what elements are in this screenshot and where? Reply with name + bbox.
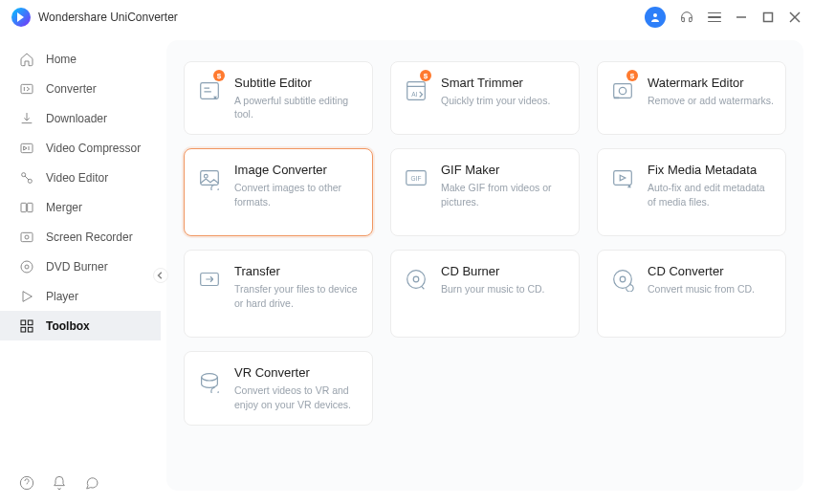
tool-icon: $ bbox=[196, 77, 223, 104]
tool-card-transfer[interactable]: TransferTransfer your files to device or… bbox=[184, 250, 373, 338]
collapse-sidebar-button[interactable] bbox=[153, 268, 168, 283]
sidebar-item-label: Player bbox=[46, 290, 78, 303]
support-icon[interactable] bbox=[679, 10, 694, 25]
tool-description: Remove or add watermarks. bbox=[648, 94, 774, 107]
minimize-button[interactable] bbox=[735, 11, 748, 24]
tool-card-watermark-editor[interactable]: $Watermark EditorRemove or add watermark… bbox=[597, 61, 786, 135]
content-panel: $Subtitle EditorA powerful subtitle edit… bbox=[166, 40, 803, 491]
sidebar-item-video-editor[interactable]: Video Editor bbox=[0, 163, 161, 192]
tool-icon bbox=[609, 164, 636, 191]
svg-point-29 bbox=[619, 87, 626, 94]
feedback-icon[interactable] bbox=[84, 475, 99, 491]
svg-rect-31 bbox=[201, 171, 219, 186]
sidebar-item-label: Converter bbox=[46, 82, 97, 96]
nav-icon bbox=[19, 200, 34, 215]
sidebar-item-label: Toolbox bbox=[46, 319, 90, 333]
help-icon[interactable] bbox=[19, 475, 34, 491]
svg-point-32 bbox=[204, 175, 208, 179]
tool-description: Burn your music to CD. bbox=[441, 282, 545, 296]
tool-title: Smart Trimmer bbox=[441, 76, 550, 90]
tool-title: Image Converter bbox=[234, 163, 361, 177]
notifications-icon[interactable] bbox=[52, 475, 67, 491]
sidebar-item-converter[interactable]: Converter bbox=[0, 74, 161, 103]
tool-description: Convert music from CD. bbox=[648, 282, 755, 296]
nav-icon bbox=[19, 111, 34, 126]
svg-rect-2 bbox=[764, 13, 773, 22]
nav-icon bbox=[19, 289, 34, 304]
tool-icon bbox=[403, 266, 429, 293]
nav-icon bbox=[19, 141, 34, 156]
sidebar-item-label: Screen Recorder bbox=[46, 230, 133, 244]
sidebar-item-toolbox[interactable]: Toolbox bbox=[0, 311, 161, 340]
tool-card-gif-maker[interactable]: GIFGIF MakerMake GIF from videos or pict… bbox=[390, 148, 580, 236]
tool-description: Auto-fix and edit metadata of media file… bbox=[648, 181, 774, 208]
maximize-button[interactable] bbox=[761, 11, 775, 24]
tool-card-fix-media-metadata[interactable]: Fix Media MetadataAuto-fix and edit meta… bbox=[597, 148, 786, 236]
tool-title: Transfer bbox=[234, 264, 361, 278]
tool-icon bbox=[196, 164, 223, 191]
tool-icon: AI$ bbox=[403, 77, 429, 104]
svg-point-0 bbox=[653, 13, 657, 17]
sidebar-item-label: Video Editor bbox=[46, 171, 108, 185]
titlebar: Wondershare UniConverter bbox=[0, 0, 813, 34]
nav-icon bbox=[19, 170, 34, 186]
svg-point-14 bbox=[21, 261, 33, 273]
sidebar-item-merger[interactable]: Merger bbox=[0, 192, 161, 222]
tool-icon bbox=[196, 367, 223, 394]
svg-point-40 bbox=[614, 271, 632, 289]
tool-title: Fix Media Metadata bbox=[648, 163, 774, 177]
app-logo-icon bbox=[11, 8, 31, 27]
tool-icon: GIF bbox=[403, 164, 429, 191]
sidebar-item-screen-recorder[interactable]: Screen Recorder bbox=[0, 222, 161, 252]
close-button[interactable] bbox=[788, 11, 802, 24]
svg-point-39 bbox=[413, 277, 419, 283]
menu-icon[interactable] bbox=[708, 12, 721, 23]
tool-title: CD Burner bbox=[441, 264, 545, 278]
tool-description: Transfer your files to device or hard dr… bbox=[234, 282, 361, 309]
svg-point-41 bbox=[620, 277, 626, 283]
tool-card-cd-converter[interactable]: CD ConverterConvert music from CD. bbox=[597, 250, 786, 338]
sidebar-item-player[interactable]: Player bbox=[0, 281, 161, 311]
sidebar-item-video-compressor[interactable]: Video Compressor bbox=[0, 133, 161, 163]
tool-description: Convert images to other formats. bbox=[234, 181, 361, 208]
svg-rect-20 bbox=[28, 327, 33, 332]
tool-icon bbox=[196, 266, 223, 293]
nav-icon bbox=[19, 81, 34, 97]
svg-rect-17 bbox=[21, 320, 26, 325]
svg-text:GIF: GIF bbox=[411, 175, 422, 182]
sidebar-item-label: Home bbox=[46, 53, 77, 66]
sidebar-item-label: Video Compressor bbox=[46, 142, 141, 155]
svg-rect-11 bbox=[28, 203, 33, 211]
sidebar-item-home[interactable]: Home bbox=[0, 44, 161, 74]
tool-title: VR Converter bbox=[234, 365, 361, 380]
sidebar-item-downloader[interactable]: Downloader bbox=[0, 103, 161, 133]
svg-line-9 bbox=[25, 176, 29, 180]
tool-card-vr-converter[interactable]: VR ConverterConvert videos to VR and enj… bbox=[184, 351, 373, 425]
svg-point-13 bbox=[25, 235, 29, 239]
svg-rect-35 bbox=[614, 171, 632, 186]
tool-card-cd-burner[interactable]: CD BurnerBurn your music to CD. bbox=[390, 250, 580, 338]
nav-icon bbox=[19, 318, 34, 334]
svg-point-38 bbox=[407, 271, 426, 289]
svg-rect-28 bbox=[614, 84, 632, 99]
tool-card-smart-trimmer[interactable]: AI$Smart TrimmerQuickly trim your videos… bbox=[390, 61, 580, 135]
tool-card-subtitle-editor[interactable]: $Subtitle EditorA powerful subtitle edit… bbox=[184, 61, 373, 135]
tool-title: GIF Maker bbox=[441, 163, 567, 177]
svg-rect-19 bbox=[21, 327, 26, 332]
tool-card-image-converter[interactable]: Image ConverterConvert images to other f… bbox=[184, 148, 373, 236]
sidebar-item-dvd-burner[interactable]: DVD Burner bbox=[0, 252, 161, 281]
tool-title: Watermark Editor bbox=[648, 76, 774, 90]
premium-badge-icon: $ bbox=[420, 70, 431, 81]
tool-title: Subtitle Editor bbox=[234, 76, 361, 90]
app-title: Wondershare UniConverter bbox=[38, 11, 178, 24]
svg-rect-18 bbox=[28, 320, 33, 325]
account-avatar[interactable] bbox=[645, 7, 666, 28]
svg-point-15 bbox=[25, 265, 29, 269]
tool-icon: $ bbox=[609, 77, 636, 104]
svg-rect-10 bbox=[21, 203, 26, 211]
premium-badge-icon: $ bbox=[213, 70, 225, 81]
nav-icon bbox=[19, 259, 34, 274]
svg-rect-12 bbox=[21, 232, 33, 241]
sidebar-item-label: Downloader bbox=[46, 112, 107, 125]
svg-marker-36 bbox=[620, 176, 626, 182]
